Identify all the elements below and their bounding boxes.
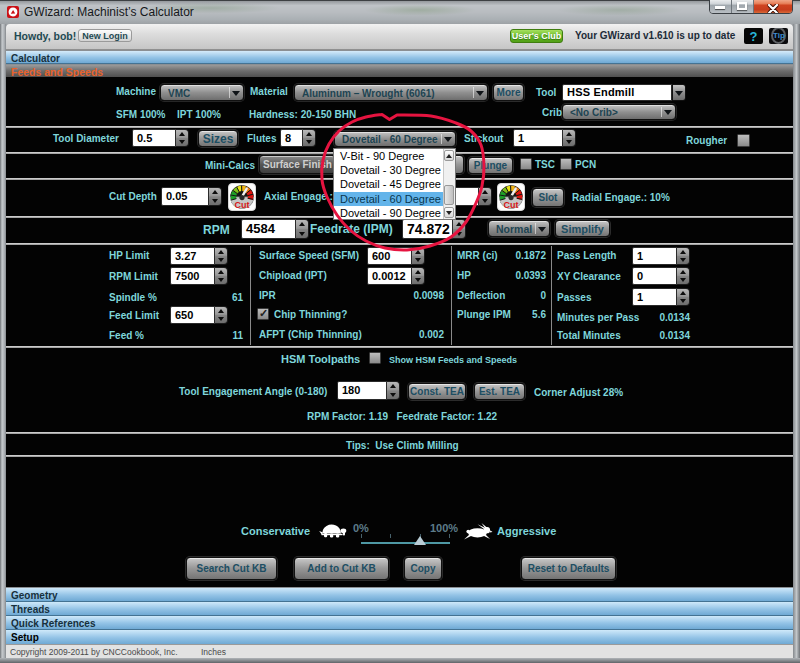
- svg-text:Cut: Cut: [235, 200, 250, 210]
- svg-text:Cut: Cut: [504, 200, 519, 210]
